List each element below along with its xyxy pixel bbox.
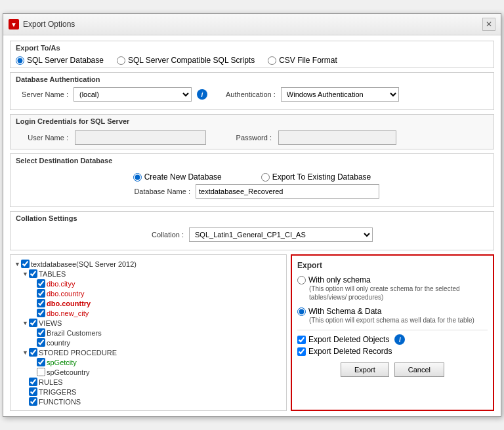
export-to-as-section: Export To/As SQL Server Database SQL Ser… (10, 41, 494, 68)
schema-data-option: With Schema & Data (This option will exp… (297, 307, 488, 324)
export-panel-title: Export (297, 261, 488, 270)
radio-export-existing-db[interactable]: Export To Existing Database (261, 172, 371, 182)
deleted-records-checkbox[interactable] (297, 347, 306, 356)
main-content: Export To/As SQL Server Database SQL Ser… (3, 35, 501, 416)
tree-checkbox[interactable] (37, 328, 45, 337)
tree-label: FUNCTIONS (39, 398, 81, 406)
bottom-area: ▼textdatabasee(SQL Server 2012)▼TABLESdb… (10, 254, 494, 411)
schema-only-desc: (This option will only create schema for… (309, 284, 488, 302)
password-label: Password : (219, 134, 272, 142)
schema-only-option: With only schema (This option will only … (297, 275, 488, 302)
deleted-objects-checkbox[interactable] (297, 336, 306, 344)
schema-data-radio-label[interactable]: With Schema & Data (297, 307, 488, 316)
tree-item[interactable]: TRIGGERS (14, 387, 282, 397)
tree-checkbox[interactable] (37, 338, 45, 347)
db-auth-title: Database Authentication (10, 73, 494, 85)
tree-item[interactable]: dbo.cityy (14, 279, 282, 288)
radio-sql-scripts[interactable]: SQL Server Compatible SQL Scripts (117, 56, 255, 65)
username-input[interactable] (75, 130, 206, 145)
tree-item[interactable]: dbo.new_city (14, 308, 282, 318)
select-destination-section: Select Destination Database Create New D… (10, 153, 494, 207)
expand-icon: ▼ (22, 349, 28, 356)
select-destination-title: Select Destination Database (10, 154, 494, 166)
tree-item[interactable]: ▼textdatabasee(SQL Server 2012) (14, 259, 282, 269)
auth-label: Authentication : (226, 90, 276, 98)
schema-only-radio[interactable] (297, 276, 306, 284)
radio-create-new-db[interactable]: Create New Database (133, 172, 222, 182)
deleted-objects-info-icon[interactable]: i (394, 334, 405, 345)
tree-checkbox[interactable] (37, 299, 45, 307)
server-info-icon[interactable]: i (197, 89, 207, 100)
tree-checkbox[interactable] (37, 279, 45, 288)
collation-label: Collation : (131, 231, 184, 239)
tree-item[interactable]: spGetcity (14, 357, 282, 367)
schema-only-radio-label[interactable]: With only schema (297, 275, 488, 284)
collation-title: Collation Settings (10, 212, 494, 224)
tree-checkbox[interactable] (29, 378, 37, 386)
tree-label: spGetcountry (47, 368, 89, 376)
tree-checkbox[interactable] (21, 260, 30, 268)
credentials-section: Login Credentials for SQL Server User Na… (10, 114, 494, 149)
tree-item[interactable]: Brazil Customers (14, 328, 282, 338)
tree-checkbox[interactable] (37, 309, 45, 317)
db-name-row: Database Name : (16, 184, 488, 199)
tree-item[interactable]: ▼TABLES (14, 269, 282, 279)
tree-item[interactable]: spGetcountry (14, 367, 282, 377)
export-to-as-title: Export To/As (10, 41, 494, 53)
tree-item[interactable]: FUNCTIONS (14, 397, 282, 406)
tree-checkbox[interactable] (29, 348, 37, 357)
collation-body: Collation : SQL_Latin1_General_CP1_CI_AS (10, 224, 494, 250)
server-name-select[interactable]: (local) (74, 87, 192, 102)
tree-item[interactable]: dbo.country (14, 288, 282, 298)
destination-options: Create New Database Export To Existing D… (16, 170, 488, 184)
tree-checkbox[interactable] (29, 319, 37, 327)
tree-label: TABLES (39, 270, 66, 278)
tree-item[interactable]: RULES (14, 377, 282, 387)
db-name-input[interactable] (196, 184, 379, 199)
tree-label: dbo.counttry (47, 300, 91, 307)
cancel-button[interactable]: Cancel (394, 362, 444, 377)
expand-icon: ▼ (22, 271, 28, 277)
window-title: Export Options (23, 20, 75, 29)
collation-select[interactable]: SQL_Latin1_General_CP1_CI_AS (189, 227, 373, 242)
username-label: User Name : (16, 134, 68, 142)
tree-label: RULES (39, 378, 63, 386)
window-icon: ▼ (9, 19, 19, 29)
select-destination-body: Create New Database Export To Existing D… (10, 166, 494, 206)
tree-checkbox[interactable] (37, 358, 45, 366)
schema-data-radio[interactable] (297, 307, 306, 316)
tree-label: TRIGGERS (39, 388, 76, 396)
tree-item[interactable]: dbo.counttry (14, 298, 282, 308)
export-options-window: ▼ Export Options ✕ Export To/As SQL Serv… (3, 13, 501, 417)
password-input[interactable] (278, 130, 396, 145)
tree-checkbox[interactable] (29, 269, 37, 278)
tree-checkbox[interactable] (37, 289, 45, 298)
title-bar-left: ▼ Export Options (9, 19, 75, 29)
title-bar: ▼ Export Options ✕ (3, 14, 501, 35)
tree-item[interactable]: country (14, 338, 282, 347)
radio-sql-server-db[interactable]: SQL Server Database (16, 56, 104, 65)
tree-checkbox[interactable] (29, 397, 37, 406)
export-button[interactable]: Export (341, 362, 389, 377)
db-name-label: Database Name : (125, 187, 190, 195)
credentials-title: Login Credentials for SQL Server (10, 115, 494, 128)
tree-label: country (47, 339, 70, 347)
server-name-label: Server Name : (16, 90, 68, 98)
collation-row: Collation : SQL_Latin1_General_CP1_CI_AS (16, 227, 488, 242)
auth-select[interactable]: Windows Authentication (281, 87, 399, 102)
export-divider (297, 330, 488, 330)
credentials-body: User Name : Password : (10, 128, 494, 149)
tree-label: dbo.country (47, 290, 84, 298)
deleted-objects-row: Export Deleted Objects i (297, 334, 488, 345)
server-name-row: Server Name : (local) i Authentication :… (16, 87, 488, 102)
expand-icon: ▼ (14, 261, 20, 267)
close-button[interactable]: ✕ (482, 18, 495, 31)
tree-item[interactable]: ▼STORED PROCEDURE (14, 347, 282, 357)
radio-csv-format[interactable]: CSV File Format (268, 56, 337, 65)
tree-item[interactable]: ▼VIEWS (14, 318, 282, 328)
tree-label: STORED PROCEDURE (39, 349, 117, 357)
tree-panel: ▼textdatabasee(SQL Server 2012)▼TABLESdb… (10, 254, 287, 411)
tree-checkbox[interactable] (29, 387, 37, 396)
tree-checkbox[interactable] (37, 368, 45, 376)
tree-label: dbo.cityy (47, 280, 75, 288)
